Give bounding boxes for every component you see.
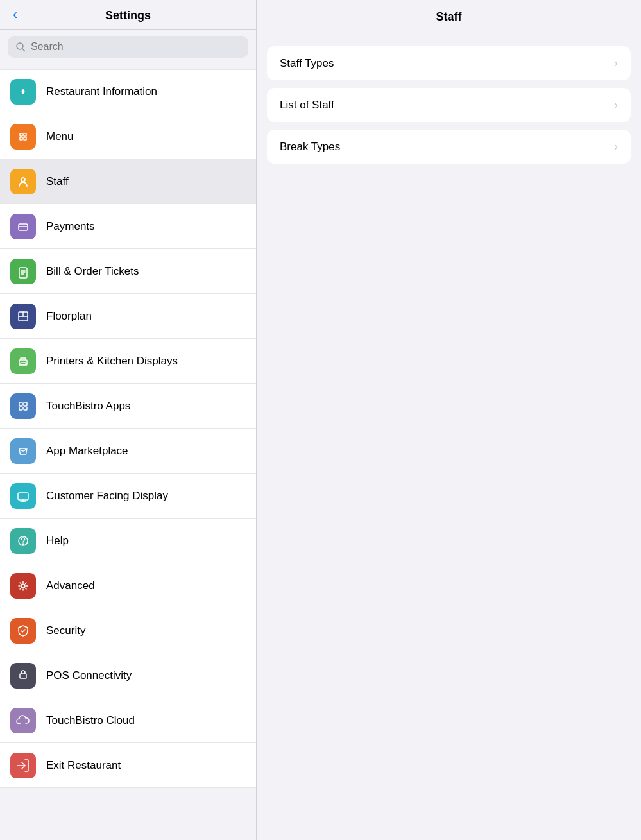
sidebar-item-label-customer-facing-display: Customer Facing Display	[46, 490, 168, 502]
sidebar-item-touchbistro-cloud[interactable]: TouchBistro Cloud	[0, 698, 256, 743]
search-icon	[15, 42, 26, 52]
chevron-right-icon: ›	[614, 56, 618, 70]
sidebar-item-help[interactable]: Help	[0, 519, 256, 563]
svg-rect-22	[19, 407, 22, 410]
chevron-right-icon: ›	[614, 98, 618, 112]
svg-point-28	[22, 544, 24, 545]
sidebar-item-menu[interactable]: Menu	[0, 114, 256, 159]
exit-icon	[10, 753, 36, 778]
sidebar-item-restaurant-information[interactable]: Restaurant Information	[0, 69, 256, 114]
sidebar-item-label-app-marketplace: App Marketplace	[46, 445, 128, 458]
sidebar-item-customer-facing-display[interactable]: Customer Facing Display	[0, 474, 256, 519]
floorplan-icon	[10, 304, 36, 329]
svg-rect-21	[24, 402, 27, 406]
tickets-icon	[10, 259, 36, 284]
apps-icon	[10, 393, 36, 419]
search-bar-wrap	[0, 30, 256, 64]
sidebar-item-floorplan[interactable]: Floorplan	[0, 294, 256, 339]
svg-line-1	[22, 49, 25, 51]
marketplace-icon	[10, 438, 36, 464]
sidebar-item-app-marketplace[interactable]: App Marketplace	[0, 429, 256, 474]
card-staff-types: Staff Types›	[267, 46, 631, 80]
sidebar-item-label-floorplan: Floorplan	[46, 310, 92, 323]
sidebar-item-label-menu: Menu	[46, 130, 74, 143]
advanced-icon	[10, 573, 36, 599]
back-button[interactable]: ‹	[10, 5, 20, 24]
connectivity-icon	[10, 663, 36, 689]
svg-rect-9	[19, 224, 28, 230]
menu-icon	[10, 124, 36, 150]
sidebar-item-pos-connectivity[interactable]: POS Connectivity	[0, 653, 256, 698]
sidebar-item-label-pos-connectivity: POS Connectivity	[46, 669, 132, 682]
search-input[interactable]	[31, 41, 241, 53]
sidebar-item-label-restaurant-information: Restaurant Information	[46, 85, 157, 98]
svg-rect-19	[21, 363, 26, 364]
sidebar-item-label-help: Help	[46, 535, 69, 547]
card-list-of-staff: List of Staff›	[267, 88, 631, 122]
svg-rect-20	[19, 402, 22, 406]
payments-icon	[10, 214, 36, 239]
sidebar-item-bill-order-tickets[interactable]: Bill & Order Tickets	[0, 249, 256, 294]
printer-icon	[10, 348, 36, 374]
main-item-label-list-of-staff: List of Staff	[280, 99, 334, 112]
card-break-types: Break Types›	[267, 130, 631, 164]
sidebar-item-label-security: Security	[46, 624, 85, 637]
main-header: Staff	[257, 0, 641, 33]
nav-list: Restaurant InformationMenuStaffPaymentsB…	[0, 64, 256, 840]
cloud-icon	[10, 708, 36, 733]
svg-rect-23	[24, 407, 27, 410]
svg-rect-24	[18, 493, 28, 500]
security-icon	[10, 618, 36, 644]
svg-point-29	[21, 584, 25, 588]
sidebar-item-label-exit-restaurant: Exit Restaurant	[46, 759, 121, 772]
main-item-break-types[interactable]: Break Types›	[267, 130, 631, 164]
search-bar[interactable]	[8, 36, 248, 58]
info-icon	[10, 79, 36, 105]
main-panel: Staff Staff Types›List of Staff›Break Ty…	[257, 0, 641, 840]
svg-rect-7	[24, 137, 26, 140]
main-item-staff-types[interactable]: Staff Types›	[267, 46, 631, 80]
sidebar-item-label-touchbistro-apps: TouchBistro Apps	[46, 400, 130, 413]
sidebar-item-label-payments: Payments	[46, 220, 95, 233]
svg-rect-5	[24, 133, 26, 136]
sidebar-item-label-advanced: Advanced	[46, 579, 95, 592]
main-content: Staff Types›List of Staff›Break Types›	[257, 33, 641, 840]
main-item-list-of-staff[interactable]: List of Staff›	[267, 88, 631, 122]
sidebar-header: ‹ Settings	[0, 0, 256, 30]
sidebar-item-label-printers-kitchen-displays: Printers & Kitchen Displays	[46, 355, 178, 368]
sidebar-item-exit-restaurant[interactable]: Exit Restaurant	[0, 743, 256, 788]
sidebar-item-label-touchbistro-cloud: TouchBistro Cloud	[46, 714, 135, 727]
sidebar-item-label-staff: Staff	[46, 175, 69, 188]
svg-rect-11	[19, 268, 27, 278]
sidebar-item-staff[interactable]: Staff	[0, 159, 256, 204]
svg-rect-30	[20, 674, 26, 678]
sidebar-title: Settings	[105, 9, 151, 22]
sidebar-item-touchbistro-apps[interactable]: TouchBistro Apps	[0, 384, 256, 429]
display-icon	[10, 483, 36, 509]
sidebar-item-security[interactable]: Security	[0, 608, 256, 653]
chevron-right-icon: ›	[614, 140, 618, 153]
main-item-label-staff-types: Staff Types	[280, 57, 334, 70]
sidebar: ‹ Settings Restaurant InformationMenuSta…	[0, 0, 257, 840]
main-item-label-break-types: Break Types	[280, 141, 340, 153]
sidebar-item-printers-kitchen-displays[interactable]: Printers & Kitchen Displays	[0, 339, 256, 384]
main-title: Staff	[272, 10, 626, 24]
svg-rect-6	[20, 137, 22, 140]
help-icon	[10, 528, 36, 554]
sidebar-item-payments[interactable]: Payments	[0, 204, 256, 249]
sidebar-item-advanced[interactable]: Advanced	[0, 563, 256, 608]
staff-icon	[10, 169, 36, 194]
svg-point-8	[21, 178, 25, 182]
svg-rect-4	[20, 133, 22, 136]
sidebar-item-label-bill-order-tickets: Bill & Order Tickets	[46, 265, 139, 278]
